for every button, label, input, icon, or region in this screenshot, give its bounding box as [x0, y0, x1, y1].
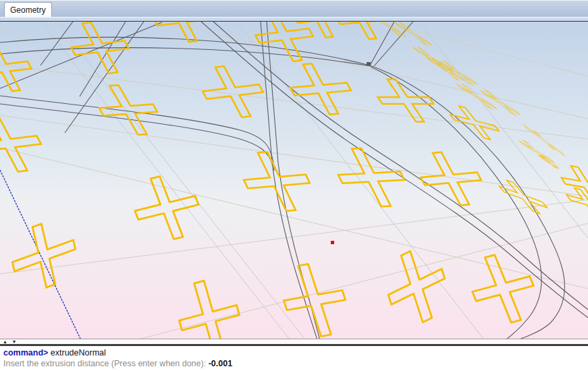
red-point-marker[interactable] [331, 241, 334, 244]
viewport-canvas[interactable] [0, 22, 588, 339]
command-text: extrudeNormal [51, 348, 106, 358]
tab-bar: Geometry [0, 0, 588, 18]
console-splitter[interactable]: ▲ ▼ [0, 339, 588, 346]
splitter-up-icon[interactable]: ▲ [3, 339, 7, 344]
application-window: Geometry ▲ ▼ command> extrudeNormal Inse… [0, 0, 588, 371]
geometry-viewport[interactable] [0, 21, 588, 339]
viewport-background [0, 22, 588, 339]
command-status-text: Insert the extrusion distance (Press ent… [3, 359, 206, 368]
tab-geometry[interactable]: Geometry [4, 2, 52, 18]
command-input-line[interactable]: Insert the extrusion distance (Press ent… [3, 358, 588, 369]
tab-geometry-label: Geometry [10, 5, 46, 15]
console-history-line: command> extrudeNormal [3, 347, 588, 358]
command-console: command> extrudeNormal Insert the extrus… [0, 346, 588, 371]
splitter-down-icon[interactable]: ▼ [11, 339, 16, 344]
curve-junction-dot [367, 62, 371, 66]
command-prompt: command> [3, 348, 48, 358]
command-input-value[interactable]: -0.001 [209, 359, 232, 368]
